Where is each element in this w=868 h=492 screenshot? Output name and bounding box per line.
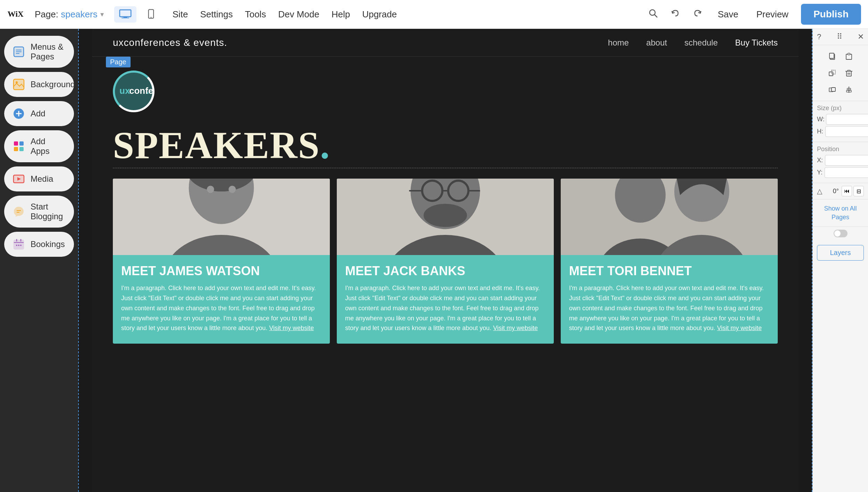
rotation-icon: △ (817, 187, 822, 195)
sidebar-item-bookings[interactable]: Bookings (4, 232, 74, 257)
rotation-row: △ 0° ⏮ ⊟ (813, 183, 868, 199)
svg-text:ux: ux (119, 85, 130, 96)
left-sidebar: Menus & Pages Background (0, 29, 78, 492)
sidebar-item-media[interactable]: Media (4, 166, 74, 191)
x-input[interactable] (825, 155, 868, 166)
align-button[interactable] (841, 82, 857, 97)
redo-button[interactable] (690, 6, 705, 23)
speaker-link-tori[interactable]: Visit my website (717, 325, 762, 331)
undo-button[interactable] (668, 6, 683, 23)
speaker-card-james: MEET JAMES WATSON I'm a paragraph. Click… (113, 179, 330, 344)
speaker-card-jack: MEET JACK BANKS I'm a paragraph. Click h… (337, 179, 554, 344)
main-layout: Menus & Pages Background (0, 29, 868, 492)
page-name-link[interactable]: speakers (61, 9, 98, 20)
sidebar-item-add[interactable]: Add (4, 101, 74, 126)
width-input[interactable] (826, 114, 868, 125)
toggle-row (813, 227, 868, 240)
preview-button[interactable]: Preview (751, 6, 794, 23)
drag-handle[interactable]: ⠿ (837, 32, 842, 41)
size-section: Size (px) W: H: (813, 101, 868, 142)
nav-link-about[interactable]: about (646, 38, 667, 48)
close-panel-button[interactable]: ✕ (858, 32, 864, 41)
site-nav-links: home about schedule Buy Tickets (608, 38, 778, 48)
svg-point-53 (424, 204, 467, 227)
speaker-bio-jack: I'm a paragraph. Click here to add your … (345, 283, 545, 333)
width-label: W: (817, 116, 824, 123)
speaker-photo-jack (337, 179, 554, 255)
height-input[interactable] (825, 126, 868, 137)
delete-button[interactable] (841, 65, 857, 81)
topbar-nav-site[interactable]: Site (173, 7, 188, 22)
speaker-link-jack[interactable]: Visit my website (493, 325, 538, 331)
svg-point-33 (18, 245, 19, 246)
speaker-link-james[interactable]: Visit my website (269, 325, 314, 331)
save-button[interactable]: Save (712, 6, 744, 23)
rotation-prev-button[interactable]: ⏮ (842, 186, 852, 196)
topbar-nav: Site Settings Tools Dev Mode Help Upgrad… (173, 7, 397, 22)
sidebar-item-label: Start Blogging (31, 202, 66, 221)
speaker-bio-tori: I'm a paragraph. Click here to add your … (569, 283, 769, 333)
rotation-align-button[interactable]: ⊟ (853, 186, 864, 196)
tools-row-3 (825, 82, 857, 97)
mobile-view-button[interactable] (140, 6, 162, 23)
tools-row-1 (825, 49, 857, 64)
speaker-photo-tori (561, 179, 778, 255)
sidebar-item-background[interactable]: Background (4, 72, 74, 97)
topbar-nav-help[interactable]: Help (332, 7, 350, 22)
svg-text:.: . (147, 85, 149, 96)
speaker-card-tori: MEET TORI BENNET I'm a paragraph. Click … (561, 179, 778, 344)
y-row: Y: (817, 167, 864, 178)
sidebar-item-start-blogging[interactable]: Start Blogging (4, 196, 74, 228)
sidebar-item-menus-pages[interactable]: Menus & Pages (4, 36, 74, 68)
rotation-value: 0° (825, 188, 839, 195)
desktop-view-button[interactable] (114, 6, 136, 23)
nav-link-tickets[interactable]: Buy Tickets (735, 38, 778, 48)
move-forward-button[interactable] (825, 82, 840, 97)
show-all-pages-toggle[interactable] (834, 230, 848, 237)
guide-line-right (812, 29, 812, 492)
search-button[interactable] (645, 6, 661, 23)
publish-button[interactable]: Publish (801, 4, 861, 25)
speakers-divider (113, 168, 778, 168)
rotation-arrows: ⏮ ⊟ (842, 186, 864, 196)
copy-style-button[interactable] (825, 65, 840, 81)
sidebar-item-add-apps[interactable]: Add Apps (4, 130, 74, 162)
sidebar-item-label: Bookings (31, 239, 65, 249)
topbar-nav-settings[interactable]: Settings (200, 7, 233, 22)
sidebar-item-label: Add Apps (31, 137, 66, 156)
background-icon (12, 78, 25, 91)
y-label: Y: (817, 169, 823, 176)
nav-link-home[interactable]: home (608, 38, 629, 48)
show-all-pages-button[interactable]: Show on All Pages (817, 204, 864, 222)
site-logo: ux conference . (113, 71, 155, 112)
copy-button[interactable] (825, 49, 840, 64)
speaker-name-jack: MEET JACK BANKS (345, 263, 545, 278)
topbar-nav-upgrade[interactable]: Upgrade (362, 7, 397, 22)
width-row: W: (817, 114, 864, 125)
help-button[interactable]: ? (817, 32, 821, 41)
speaker-name-tori: MEET TORI BENNET (569, 263, 769, 278)
speaker-card-body-james: MEET JAMES WATSON I'm a paragraph. Click… (113, 255, 330, 344)
site-navbar: uxconferences & events. home about sched… (92, 29, 799, 57)
page-label-text: Page: (35, 9, 58, 20)
speakers-section: SPEAKERS. (92, 119, 799, 354)
topbar-nav-tools[interactable]: Tools (245, 7, 266, 22)
speaker-photo-james (113, 179, 330, 255)
nav-link-schedule[interactable]: schedule (684, 38, 718, 48)
right-panel-tools (813, 45, 868, 101)
paste-button[interactable] (841, 49, 857, 64)
y-input[interactable] (825, 167, 868, 178)
svg-rect-1 (119, 10, 131, 17)
size-label: Size (px) (817, 105, 864, 112)
x-row: X: (817, 155, 864, 166)
page-chevron-icon: ▾ (100, 10, 104, 18)
right-panel: ? ⠿ ✕ (812, 29, 868, 492)
speaker-card-body-tori: MEET TORI BENNET I'm a paragraph. Click … (561, 255, 778, 344)
topbar-nav-devmode[interactable]: Dev Mode (278, 7, 319, 22)
layers-button[interactable]: Layers (817, 245, 864, 261)
position-label: Position (817, 146, 864, 153)
svg-point-32 (16, 245, 17, 246)
topbar: WiX Page: speakers ▾ Site Settings Tools… (0, 0, 868, 29)
sidebar-item-label: Add (31, 109, 45, 118)
sidebar-item-label: Menus & Pages (31, 42, 66, 62)
